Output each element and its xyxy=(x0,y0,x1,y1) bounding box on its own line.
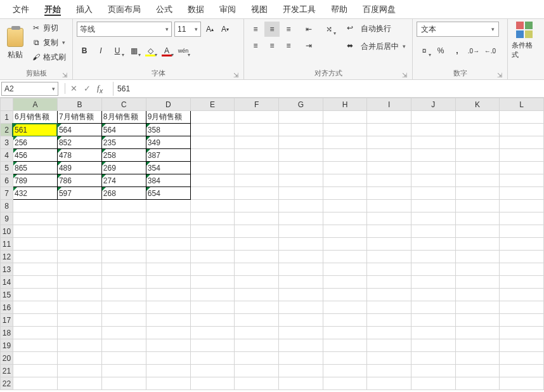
cell[interactable] xyxy=(323,200,367,212)
cell[interactable] xyxy=(500,238,544,251)
cell[interactable] xyxy=(500,212,544,225)
cell[interactable] xyxy=(367,365,411,377)
cell[interactable]: 268 xyxy=(101,187,146,200)
cell[interactable] xyxy=(235,339,279,352)
row-header[interactable]: 3 xyxy=(1,136,13,149)
copy-button[interactable]: ⧉ 复制 ▾ xyxy=(29,36,68,49)
cell[interactable]: 274 xyxy=(101,174,146,187)
align-top-button[interactable]: ≡ xyxy=(248,22,263,37)
cell[interactable] xyxy=(190,225,235,238)
increase-decimal-button[interactable]: .0→ xyxy=(466,43,481,58)
cell[interactable]: 384 xyxy=(146,174,190,187)
cell[interactable] xyxy=(235,136,279,149)
row-header[interactable]: 6 xyxy=(1,174,13,187)
cell[interactable] xyxy=(13,276,57,289)
cell[interactable] xyxy=(411,301,455,314)
cell[interactable] xyxy=(279,314,323,327)
cell[interactable] xyxy=(455,314,500,327)
row-header[interactable]: 16 xyxy=(1,301,13,314)
cell[interactable] xyxy=(190,314,235,327)
cell[interactable] xyxy=(323,187,367,200)
cell[interactable] xyxy=(367,352,411,365)
cell[interactable] xyxy=(323,339,367,352)
merge-center-button[interactable]: ⬌ 合并后居中 ▾ xyxy=(344,39,408,53)
cell[interactable] xyxy=(323,124,367,136)
font-size-select[interactable]: 11 ▾ xyxy=(174,22,201,37)
cancel-formula-button[interactable]: ✕ xyxy=(70,84,77,93)
row-header[interactable]: 8 xyxy=(1,200,13,212)
percent-button[interactable]: % xyxy=(433,43,448,58)
column-header[interactable]: F xyxy=(235,98,279,111)
font-color-button[interactable]: A xyxy=(159,43,174,58)
cell[interactable] xyxy=(279,149,323,162)
cell[interactable] xyxy=(411,174,455,187)
cell[interactable] xyxy=(323,263,367,276)
cell[interactable] xyxy=(455,187,500,200)
column-header[interactable]: H xyxy=(323,98,367,111)
cell[interactable] xyxy=(190,377,235,390)
cell[interactable] xyxy=(146,212,190,225)
cell[interactable] xyxy=(323,149,367,162)
cell[interactable] xyxy=(101,276,146,289)
name-box[interactable]: A2 ▾ xyxy=(1,82,58,96)
row-header[interactable]: 17 xyxy=(1,314,13,327)
cell[interactable] xyxy=(57,314,101,327)
cell[interactable]: 654 xyxy=(146,187,190,200)
cell[interactable] xyxy=(411,276,455,289)
cell[interactable] xyxy=(190,212,235,225)
cell[interactable] xyxy=(500,111,544,124)
cell[interactable] xyxy=(455,365,500,377)
cell[interactable] xyxy=(57,301,101,314)
cell[interactable] xyxy=(500,200,544,212)
cell[interactable] xyxy=(57,238,101,251)
row-header[interactable]: 5 xyxy=(1,162,13,174)
cell[interactable] xyxy=(455,124,500,136)
cell[interactable] xyxy=(57,225,101,238)
menu-baidu[interactable]: 百度网盘 xyxy=(355,1,403,18)
menu-developer[interactable]: 开发工具 xyxy=(275,1,323,18)
cell[interactable] xyxy=(323,251,367,263)
align-left-button[interactable]: ≡ xyxy=(248,38,263,53)
cell[interactable] xyxy=(455,225,500,238)
cell[interactable] xyxy=(279,225,323,238)
cell[interactable] xyxy=(323,314,367,327)
cell[interactable] xyxy=(101,327,146,339)
cell[interactable] xyxy=(323,377,367,390)
cell[interactable] xyxy=(235,174,279,187)
cell[interactable] xyxy=(500,301,544,314)
row-header[interactable]: 12 xyxy=(1,251,13,263)
cell[interactable] xyxy=(500,225,544,238)
cell[interactable] xyxy=(279,377,323,390)
align-bottom-button[interactable]: ≡ xyxy=(281,22,296,37)
cell[interactable] xyxy=(411,314,455,327)
cell[interactable] xyxy=(455,263,500,276)
cell[interactable] xyxy=(13,251,57,263)
cell[interactable] xyxy=(411,289,455,301)
decrease-decimal-button[interactable]: ←.0 xyxy=(482,43,498,58)
cell[interactable] xyxy=(190,149,235,162)
cell[interactable] xyxy=(57,289,101,301)
cell[interactable] xyxy=(500,162,544,174)
cell[interactable] xyxy=(235,149,279,162)
cell[interactable] xyxy=(190,124,235,136)
cell[interactable] xyxy=(279,327,323,339)
cell[interactable] xyxy=(190,200,235,212)
column-header[interactable]: I xyxy=(367,98,411,111)
cut-button[interactable]: ✂ 剪切 xyxy=(29,22,68,34)
cell[interactable] xyxy=(57,352,101,365)
menu-home[interactable]: 开始 xyxy=(37,1,68,18)
cell[interactable] xyxy=(455,149,500,162)
align-middle-button[interactable]: ≡ xyxy=(264,22,280,37)
cell[interactable] xyxy=(411,212,455,225)
cell[interactable] xyxy=(13,377,57,390)
cell[interactable] xyxy=(13,339,57,352)
cell[interactable] xyxy=(235,111,279,124)
accounting-format-button[interactable]: ¤ xyxy=(417,43,432,58)
cell[interactable] xyxy=(500,314,544,327)
cell[interactable] xyxy=(455,111,500,124)
cell[interactable] xyxy=(235,327,279,339)
cell[interactable] xyxy=(190,174,235,187)
fx-icon[interactable]: fx xyxy=(97,83,103,95)
cell[interactable]: 7月销售额 xyxy=(57,111,101,124)
cell[interactable] xyxy=(411,377,455,390)
